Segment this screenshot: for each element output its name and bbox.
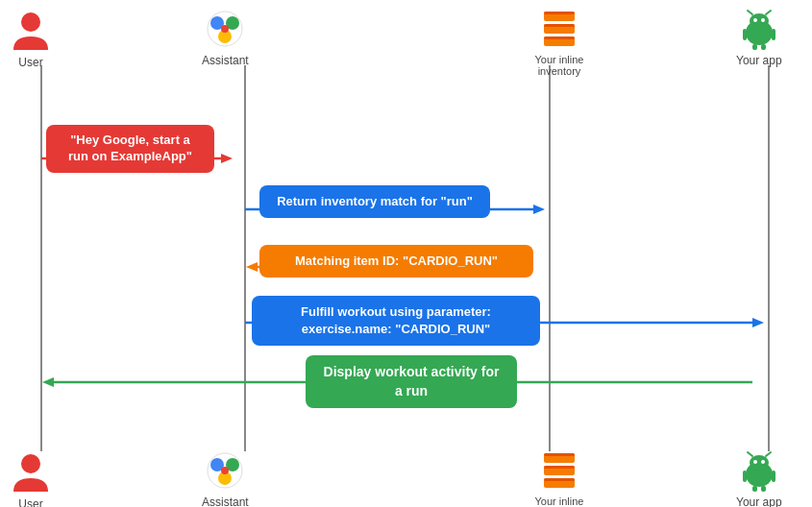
actor-app-top: Your app (736, 8, 782, 67)
actor-user-bottom-label: User (18, 497, 42, 507)
message-hey-google: "Hey Google, start a run on ExampleApp" (46, 125, 214, 173)
actor-assistant-top: Assistant (202, 8, 249, 67)
svg-point-14 (21, 12, 40, 32)
svg-point-51 (761, 460, 765, 464)
svg-marker-9 (246, 262, 258, 272)
database-icon-bottom (540, 449, 578, 492)
actor-assistant-top-label: Assistant (202, 54, 249, 67)
svg-rect-55 (772, 471, 775, 482)
message-return-inventory: Return inventory match for "run" (259, 185, 490, 218)
assistant-icon-bottom (204, 449, 246, 492)
svg-line-53 (766, 452, 771, 456)
svg-line-31 (766, 11, 771, 14)
actor-inventory-bottom-label: Your inline inventory (521, 495, 598, 507)
svg-point-28 (753, 18, 757, 22)
svg-marker-13 (42, 377, 54, 387)
database-icon-top (540, 8, 578, 50)
sequence-diagram: User Assistant Your inline inventory (0, 0, 812, 507)
svg-point-19 (221, 25, 229, 33)
actor-assistant-bottom-label: Assistant (202, 495, 249, 507)
actor-user-bottom: User (12, 451, 50, 507)
svg-rect-34 (752, 44, 757, 50)
svg-rect-35 (761, 44, 766, 50)
actor-app-bottom-label: Your app (736, 495, 782, 507)
user-icon-top (12, 10, 50, 52)
svg-line-52 (748, 452, 752, 456)
android-icon-bottom (738, 449, 780, 492)
svg-rect-33 (772, 29, 775, 40)
svg-marker-7 (533, 205, 545, 214)
svg-point-27 (750, 13, 769, 29)
svg-rect-54 (743, 471, 747, 482)
message-display-workout: Display workout activity for a run (306, 355, 517, 408)
actor-inventory-bottom: Your inline inventory (521, 449, 598, 507)
svg-rect-32 (743, 29, 747, 40)
svg-rect-43 (544, 453, 575, 456)
actor-assistant-bottom: Assistant (202, 449, 249, 507)
actor-user-top-label: User (18, 56, 42, 69)
actor-app-bottom: Your app (736, 449, 782, 507)
svg-marker-5 (221, 154, 233, 163)
svg-point-50 (753, 460, 757, 464)
svg-rect-57 (761, 486, 766, 492)
android-icon-top (738, 8, 780, 50)
svg-line-30 (748, 11, 752, 14)
svg-rect-47 (544, 478, 575, 481)
svg-marker-11 (752, 318, 764, 327)
assistant-icon-top (204, 8, 246, 50)
svg-rect-45 (544, 466, 575, 469)
message-matching-item: Matching item ID: "CARDIO_RUN" (259, 245, 533, 278)
svg-point-29 (761, 18, 765, 22)
svg-rect-23 (544, 24, 575, 27)
svg-rect-25 (544, 36, 575, 39)
actor-user-top: User (12, 10, 50, 69)
user-icon-bottom (12, 451, 50, 494)
actor-inventory-top-label: Your inline inventory (521, 54, 598, 77)
svg-point-49 (750, 455, 769, 471)
actor-app-top-label: Your app (736, 54, 782, 67)
svg-point-36 (21, 454, 40, 473)
message-fulfill-workout: Fulfill workout using parameter:exercise… (252, 296, 540, 346)
svg-rect-21 (544, 12, 575, 14)
svg-rect-56 (752, 486, 757, 492)
actor-inventory-top: Your inline inventory (521, 8, 598, 77)
svg-point-41 (221, 467, 229, 474)
